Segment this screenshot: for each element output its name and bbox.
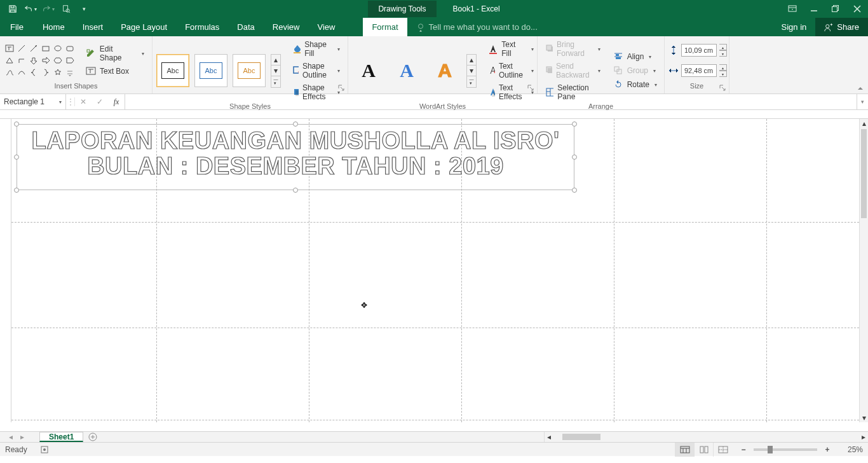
scroll-left-button[interactable]: ◂: [545, 432, 553, 441]
shape-oval-icon[interactable]: [52, 43, 64, 54]
edit-shape-button[interactable]: Edit Shape▾: [82, 43, 148, 64]
zoom-level[interactable]: 25%: [837, 445, 863, 454]
sign-in-button[interactable]: Sign in: [773, 22, 816, 32]
share-button[interactable]: Share: [815, 18, 868, 36]
selection-pane-button[interactable]: Selection Pane: [541, 82, 604, 102]
text-outline-button[interactable]: Text Outline▾: [484, 60, 538, 81]
close-button[interactable]: [846, 0, 868, 18]
shapes-more-icon[interactable]: [64, 67, 76, 78]
tab-data[interactable]: Data: [228, 18, 263, 36]
width-spinner[interactable]: ▴▾: [719, 64, 727, 77]
gallery-more-icon[interactable]: —▾: [271, 76, 280, 87]
undo-button[interactable]: ▾: [22, 0, 39, 18]
ribbon-options-button[interactable]: [782, 0, 803, 18]
restore-button[interactable]: [825, 0, 846, 18]
group-button[interactable]: Group▾: [609, 64, 661, 77]
text-fill-button[interactable]: Text Fill▾: [484, 39, 538, 59]
shape-outline-button[interactable]: Shape Outline▾: [288, 60, 344, 81]
shape-star-icon[interactable]: [52, 67, 64, 78]
tell-me-search[interactable]: Tell me what you want to do...: [407, 18, 773, 36]
name-box[interactable]: Rectangle 1 ▾: [0, 94, 66, 109]
tab-review[interactable]: Review: [264, 18, 309, 36]
gallery-down-icon[interactable]: ▾: [467, 66, 476, 76]
shape-style-3[interactable]: Abc: [233, 54, 266, 87]
shape-rectangle-icon[interactable]: [40, 43, 51, 54]
shape-down-arrow-icon[interactable]: [28, 55, 39, 66]
formula-expand-button[interactable]: ▾: [857, 94, 868, 109]
shape-styles-launcher[interactable]: [338, 85, 346, 92]
size-launcher[interactable]: [719, 85, 727, 92]
collapse-ribbon-button[interactable]: [857, 85, 864, 92]
shapes-gallery[interactable]: [4, 43, 76, 78]
row-headers[interactable]: [0, 119, 11, 422]
tab-home[interactable]: Home: [34, 18, 74, 36]
sheet-tab-1[interactable]: Sheet1: [39, 432, 83, 442]
align-button[interactable]: Align▾: [609, 50, 661, 63]
zoom-in-button[interactable]: +: [822, 445, 832, 454]
view-page-break-button[interactable]: [713, 443, 732, 457]
gallery-down-icon[interactable]: ▾: [271, 66, 280, 76]
height-spinner[interactable]: ▴▾: [719, 44, 727, 57]
shape-width-input[interactable]: 92,48 cm: [681, 64, 717, 77]
shape-effects-button[interactable]: Shape Effects▾: [288, 82, 344, 102]
shape-triangle-icon[interactable]: [4, 55, 15, 66]
shape-style-1[interactable]: Abc: [156, 54, 189, 87]
shape-freeform-icon[interactable]: [4, 67, 15, 78]
view-normal-button[interactable]: [675, 443, 694, 457]
gallery-up-icon[interactable]: ▴: [271, 55, 280, 66]
scroll-up-button[interactable]: ▴: [860, 119, 868, 128]
shape-rounded-rect-icon[interactable]: [64, 43, 76, 54]
new-sheet-button[interactable]: [83, 432, 102, 442]
resize-handle-sw[interactable]: [14, 188, 19, 193]
resize-handle-w[interactable]: [14, 155, 19, 160]
column-headers[interactable]: [0, 110, 868, 119]
shape-elbow-icon[interactable]: [16, 55, 27, 66]
resize-handle-n[interactable]: [293, 121, 298, 127]
shape-right-arrow-icon[interactable]: [40, 55, 51, 66]
scroll-right-button[interactable]: ▸: [859, 432, 868, 441]
shape-left-brace-icon[interactable]: [28, 67, 39, 78]
shape-style-gallery-nav[interactable]: ▴ ▾ —▾: [271, 54, 281, 88]
shape-line-arrow-icon[interactable]: [28, 43, 39, 54]
minimize-button[interactable]: [803, 0, 825, 18]
tab-view[interactable]: View: [308, 18, 344, 36]
fx-icon[interactable]: fx: [108, 97, 125, 107]
save-button[interactable]: [4, 0, 22, 18]
gallery-more-icon[interactable]: —▾: [467, 76, 476, 87]
shape-style-2[interactable]: Abc: [194, 54, 227, 87]
cancel-formula-button[interactable]: ✕: [75, 97, 92, 106]
scroll-down-button[interactable]: ▾: [860, 413, 868, 422]
tab-insert[interactable]: Insert: [74, 18, 112, 36]
tab-scroll-right[interactable]: ▸: [17, 432, 28, 441]
shape-textbox-icon[interactable]: [4, 43, 15, 54]
sheet-canvas[interactable]: LAPORAN KEUANGAN MUSHOLLA AL ISRO' BULAN…: [11, 119, 859, 422]
shape-line-icon[interactable]: [16, 43, 27, 54]
selected-shape[interactable]: LAPORAN KEUANGAN MUSHOLLA AL ISRO' BULAN…: [17, 124, 574, 190]
shape-fill-button[interactable]: Shape Fill▾: [288, 39, 344, 59]
zoom-slider[interactable]: [754, 448, 817, 451]
shape-hexagon-icon[interactable]: [52, 55, 64, 66]
hscroll-thumb[interactable]: [562, 434, 600, 440]
bring-forward-button[interactable]: Bring Forward▾: [541, 39, 604, 59]
resize-handle-e[interactable]: [572, 155, 577, 160]
tab-scroll-left[interactable]: ◂: [5, 432, 17, 441]
gallery-up-icon[interactable]: ▴: [467, 55, 476, 66]
zoom-slider-knob[interactable]: [768, 446, 773, 453]
text-box-button[interactable]: Text Box: [82, 65, 148, 78]
wordart-launcher[interactable]: [527, 85, 535, 92]
wordart-style-3[interactable]: A: [428, 54, 461, 87]
tab-formulas[interactable]: Formulas: [176, 18, 228, 36]
tab-format[interactable]: Format: [363, 18, 407, 36]
vscroll-thumb[interactable]: [861, 129, 867, 218]
tab-page-layout[interactable]: Page Layout: [112, 18, 176, 36]
redo-button[interactable]: ▾: [39, 0, 57, 18]
wordart-style-1[interactable]: A: [352, 54, 385, 87]
view-page-layout-button[interactable]: [694, 443, 713, 457]
tab-file[interactable]: File: [0, 18, 34, 36]
zoom-out-button[interactable]: −: [738, 445, 749, 454]
qat-customize-button[interactable]: ▾: [75, 0, 93, 18]
wordart-style-2[interactable]: A: [390, 54, 423, 87]
horizontal-scrollbar[interactable]: ◂ ▸: [544, 432, 868, 442]
enter-formula-button[interactable]: ✓: [92, 97, 108, 106]
send-backward-button[interactable]: Send Backward▾: [541, 60, 604, 81]
